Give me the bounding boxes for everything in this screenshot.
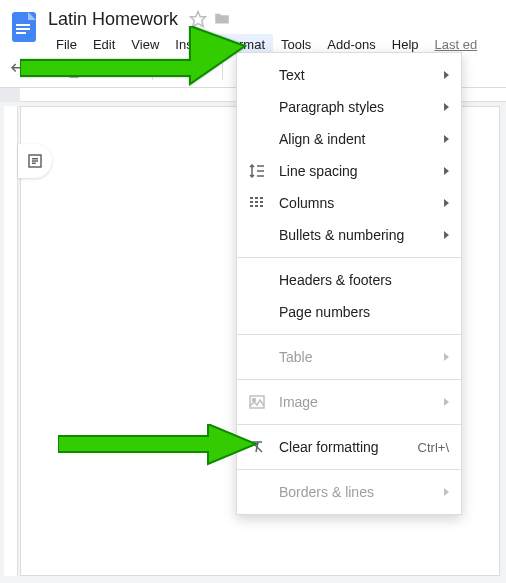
redo-icon[interactable] xyxy=(34,58,58,82)
menu-divider xyxy=(237,469,461,470)
submenu-arrow-icon xyxy=(444,353,449,361)
folder-icon[interactable] xyxy=(213,10,231,28)
blank-icon xyxy=(247,347,267,367)
submenu-arrow-icon xyxy=(444,103,449,111)
svg-rect-16 xyxy=(250,197,253,199)
menu-clear-formatting[interactable]: Clear formatting Ctrl+\ xyxy=(237,431,461,463)
menu-label: Clear formatting xyxy=(279,439,410,455)
zoom-dropdown[interactable]: 100% xyxy=(165,62,210,77)
menu-label: Align & indent xyxy=(279,131,436,147)
blank-icon xyxy=(247,65,267,85)
svg-rect-24 xyxy=(260,205,263,207)
menu-line-spacing[interactable]: Line spacing xyxy=(237,155,461,187)
menu-shortcut: Ctrl+\ xyxy=(418,440,449,455)
menu-insert[interactable]: Insert xyxy=(167,34,216,55)
svg-rect-19 xyxy=(255,197,258,199)
svg-rect-6 xyxy=(70,63,78,68)
menu-divider xyxy=(237,334,461,335)
menu-text[interactable]: Text xyxy=(237,59,461,91)
columns-icon xyxy=(247,193,267,213)
outline-icon xyxy=(26,152,44,170)
menu-label: Line spacing xyxy=(279,163,436,179)
blank-icon xyxy=(247,97,267,117)
svg-rect-23 xyxy=(260,201,263,203)
format-dropdown: Text Paragraph styles Align & indent Lin… xyxy=(236,52,462,515)
submenu-arrow-icon xyxy=(444,71,449,79)
submenu-arrow-icon xyxy=(444,199,449,207)
menu-divider xyxy=(237,379,461,380)
svg-rect-21 xyxy=(255,205,258,207)
line-spacing-icon xyxy=(247,161,267,181)
blank-icon xyxy=(247,302,267,322)
menu-label: Paragraph styles xyxy=(279,99,436,115)
menu-label: Page numbers xyxy=(279,304,449,320)
menu-label: Image xyxy=(279,394,436,410)
menu-image: Image xyxy=(237,386,461,418)
svg-rect-22 xyxy=(260,197,263,199)
menu-label: Columns xyxy=(279,195,436,211)
zoom-value: 100% xyxy=(165,62,198,77)
svg-rect-3 xyxy=(16,32,26,34)
menu-table: Table xyxy=(237,341,461,373)
menu-borders-lines: Borders & lines xyxy=(237,476,461,508)
svg-marker-4 xyxy=(191,12,206,27)
star-icon[interactable] xyxy=(189,10,207,28)
svg-rect-2 xyxy=(16,28,30,30)
menu-label: Bullets & numbering xyxy=(279,227,436,243)
menu-headers-footers[interactable]: Headers & footers xyxy=(237,264,461,296)
menu-divider xyxy=(237,257,461,258)
menu-label: Borders & lines xyxy=(279,484,436,500)
app-header: Latin Homework File Edit View Insert For… xyxy=(0,0,506,52)
image-icon xyxy=(247,392,267,412)
menu-columns[interactable]: Columns xyxy=(237,187,461,219)
undo-icon[interactable] xyxy=(6,58,30,82)
outline-toggle[interactable] xyxy=(18,144,52,178)
paint-format-icon[interactable] xyxy=(118,58,142,82)
svg-rect-1 xyxy=(16,24,30,26)
toolbar-divider xyxy=(222,60,223,80)
menu-paragraph-styles[interactable]: Paragraph styles xyxy=(237,91,461,123)
menu-align-indent[interactable]: Align & indent xyxy=(237,123,461,155)
blank-icon xyxy=(247,129,267,149)
toolbar-divider xyxy=(152,60,153,80)
menu-view[interactable]: View xyxy=(123,34,167,55)
ruler-vertical[interactable] xyxy=(4,106,18,576)
menu-page-numbers[interactable]: Page numbers xyxy=(237,296,461,328)
blank-icon xyxy=(247,225,267,245)
submenu-arrow-icon xyxy=(444,135,449,143)
svg-rect-8 xyxy=(124,64,132,69)
menu-edit[interactable]: Edit xyxy=(85,34,123,55)
menu-bullets-numbering[interactable]: Bullets & numbering xyxy=(237,219,461,251)
title-area: Latin Homework File Edit View Insert For… xyxy=(48,6,506,56)
menu-label: Headers & footers xyxy=(279,272,449,288)
menu-file[interactable]: File xyxy=(48,34,85,55)
svg-rect-20 xyxy=(255,201,258,203)
svg-rect-18 xyxy=(250,205,253,207)
clear-format-icon xyxy=(247,437,267,457)
submenu-arrow-icon xyxy=(444,167,449,175)
chevron-down-icon xyxy=(202,67,210,72)
menu-label: Text xyxy=(279,67,436,83)
print-icon[interactable] xyxy=(62,58,86,82)
docs-logo-icon[interactable] xyxy=(6,8,42,44)
submenu-arrow-icon xyxy=(444,231,449,239)
menu-divider xyxy=(237,424,461,425)
spellcheck-icon[interactable] xyxy=(90,58,114,82)
menu-label: Table xyxy=(279,349,436,365)
submenu-arrow-icon xyxy=(444,398,449,406)
blank-icon xyxy=(247,270,267,290)
svg-rect-17 xyxy=(250,201,253,203)
submenu-arrow-icon xyxy=(444,488,449,496)
blank-icon xyxy=(247,482,267,502)
last-edit-link[interactable]: Last ed xyxy=(435,37,478,52)
document-title[interactable]: Latin Homework xyxy=(48,9,178,30)
